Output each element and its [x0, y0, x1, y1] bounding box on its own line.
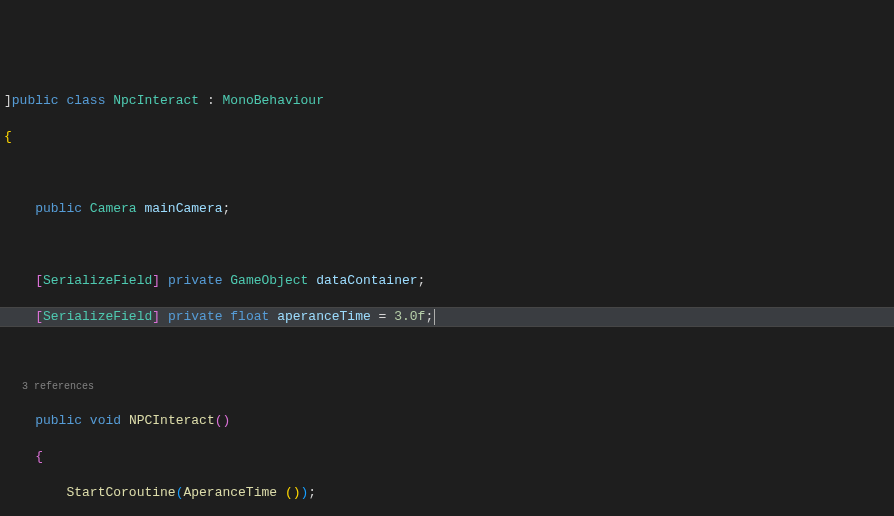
code-line[interactable]: public Camera mainCamera;: [0, 200, 894, 218]
code-line[interactable]: {: [0, 448, 894, 466]
code-line[interactable]: [0, 344, 894, 362]
code-line[interactable]: [SerializeField] private GameObject data…: [0, 272, 894, 290]
code-line[interactable]: [0, 164, 894, 182]
code-line[interactable]: {: [0, 128, 894, 146]
codelens-reference[interactable]: 3 references: [0, 380, 894, 394]
code-line-active[interactable]: [SerializeField] private float aperanceT…: [0, 308, 894, 326]
code-line[interactable]: ]public class NpcInteract : MonoBehaviou…: [0, 92, 894, 110]
code-editor[interactable]: ]public class NpcInteract : MonoBehaviou…: [0, 72, 894, 516]
text-cursor: [434, 309, 435, 325]
code-line[interactable]: [0, 236, 894, 254]
code-line[interactable]: StartCoroutine(AperanceTime ());: [0, 484, 894, 502]
code-line[interactable]: public void NPCInteract(): [0, 412, 894, 430]
